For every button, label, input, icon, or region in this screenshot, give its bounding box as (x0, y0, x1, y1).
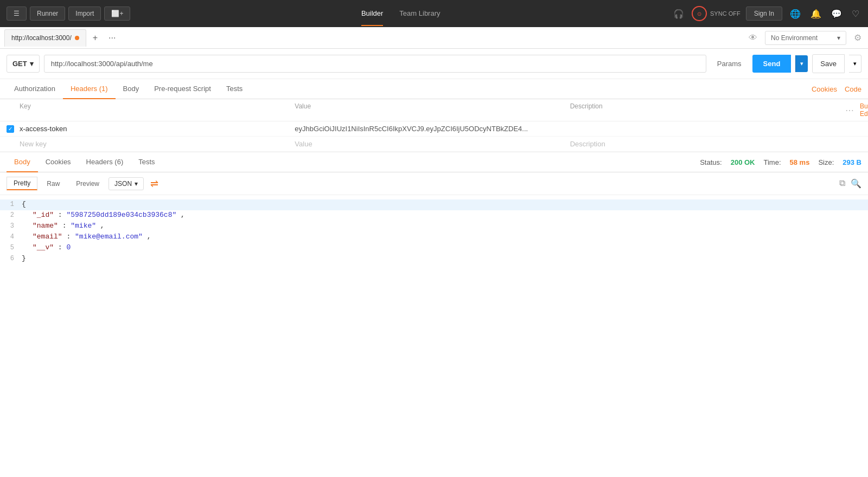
nav-right: 🎧 ⊙ SYNC OFF Sign In 🌐 🔔 💬 ♡ (671, 6, 861, 21)
code-line-3: 3 "name" : "mike" , (0, 221, 868, 232)
format-right-actions: ⧉ 🔍 (839, 178, 861, 189)
new-key-placeholder[interactable]: New key (20, 140, 295, 148)
email-value: "mike@email.com" (75, 233, 143, 241)
sidebar-toggle-button[interactable]: ☰ (7, 7, 27, 21)
copy-icon[interactable]: ⧉ (839, 178, 845, 189)
heart-icon[interactable]: ♡ (850, 7, 861, 21)
code-line-6: 6 } (0, 254, 868, 265)
row1-key[interactable]: x-access-token (20, 125, 295, 133)
add-tab-button[interactable]: + (88, 31, 102, 45)
send-button[interactable]: Send (752, 55, 792, 73)
request-bar: GET ▾ Params Send ▾ Save ▾ (0, 49, 868, 79)
header-row-new: New key Value Description (0, 137, 868, 152)
table-header-row: Key Value Description ⋯ Bulk Edit Preset… (0, 99, 868, 121)
json-label: JSON (114, 180, 132, 188)
resp-tab-headers[interactable]: Headers (6) (79, 152, 131, 172)
more-tabs-button[interactable]: ··· (104, 31, 120, 45)
method-dropdown[interactable]: GET ▾ (7, 55, 40, 73)
pretty-button[interactable]: Pretty (7, 177, 37, 190)
tab-bar: http://localhost:3000/ + ··· 👁 No Enviro… (0, 27, 868, 49)
col-key-header: Key (20, 102, 295, 118)
json-chevron-icon: ▾ (135, 180, 138, 188)
tab-body[interactable]: Body (116, 79, 147, 99)
v-key: "__v" (33, 243, 54, 252)
code-line-4: 4 "email" : "mike@email.com" , (0, 232, 868, 243)
tab-tests[interactable]: Tests (219, 79, 250, 99)
page-layout: http://localhost:3000/ + ··· 👁 No Enviro… (0, 27, 868, 477)
wrap-icon[interactable]: ⇌ (150, 178, 158, 190)
response-code-area: 1 { 2 "_id" : "5987250dd189e034cb3936c8"… (0, 195, 868, 477)
size-label: Size: (818, 158, 834, 166)
method-label: GET (12, 60, 27, 68)
code-line-1: 1 { (0, 199, 868, 210)
sync-icon[interactable]: ⊙ (692, 6, 707, 21)
more-options-icon[interactable]: ⋯ (845, 105, 854, 115)
preview-button[interactable]: Preview (69, 177, 106, 190)
id-key: "_id" (33, 211, 54, 219)
size-value: 293 B (843, 158, 861, 166)
status-value: 200 OK (731, 158, 755, 166)
row1-value[interactable]: eyJhbGciOiJIUzI1NiIsInR5cCI6IkpXVCJ9.eyJ… (295, 125, 570, 133)
search-icon[interactable]: 🔍 (851, 178, 861, 189)
tab-url-label: http://localhost:3000/ (11, 34, 72, 42)
headphones-icon[interactable]: 🎧 (671, 7, 686, 21)
params-button[interactable]: Params (711, 55, 748, 72)
env-selector: 👁 No Environment ▾ ⚙ (746, 30, 864, 45)
chat-icon[interactable]: 💬 (829, 7, 844, 21)
new-window-button[interactable]: ⬜+ (104, 7, 130, 21)
row1-checkbox[interactable] (7, 125, 14, 133)
headers-table: Key Value Description ⋯ Bulk Edit Preset… (0, 99, 868, 152)
sync-label: SYNC OFF (710, 10, 741, 17)
method-chevron-icon: ▾ (30, 60, 34, 68)
bell-icon[interactable]: 🔔 (808, 7, 824, 21)
sidebar-icon: ☰ (14, 10, 20, 17)
v-value: 0 (66, 243, 71, 252)
bulk-edit-button[interactable]: Bulk Edit (860, 102, 868, 118)
tab-authorization[interactable]: Authorization (7, 79, 63, 99)
sign-in-button[interactable]: Sign In (746, 7, 782, 21)
open-bracket: { (22, 200, 26, 208)
sync-area: ⊙ SYNC OFF (692, 6, 741, 21)
tab-prerequest[interactable]: Pre-request Script (146, 79, 219, 99)
code-line-5: 5 "__v" : 0 (0, 243, 868, 254)
raw-button[interactable]: Raw (40, 177, 67, 190)
unsaved-dot (75, 36, 79, 40)
cookies-link[interactable]: Cookies (812, 85, 837, 93)
name-value: "mike" (71, 222, 96, 230)
name-key: "name" (33, 222, 58, 230)
url-input[interactable] (44, 55, 706, 73)
eye-icon[interactable]: 👁 (746, 31, 760, 45)
response-status: Status: 200 OK Time: 58 ms Size: 293 B (700, 158, 861, 166)
close-bracket: } (22, 254, 26, 262)
col-value-header: Value (295, 102, 570, 118)
environment-dropdown[interactable]: No Environment ▾ (765, 31, 846, 45)
save-dropdown-button[interactable]: ▾ (849, 55, 861, 73)
response-area: Body Cookies Headers (6) Tests Status: 2… (0, 152, 868, 477)
col-desc-header: Description (570, 102, 845, 118)
import-button[interactable]: Import (68, 7, 101, 21)
header-row-1: x-access-token eyJhbGciOiJIUzI1NiIsInR5c… (0, 121, 868, 137)
resp-tab-cookies[interactable]: Cookies (38, 152, 79, 172)
id-value: "5987250dd189e034cb3936c8" (66, 211, 176, 219)
globe-icon[interactable]: 🌐 (788, 7, 803, 21)
format-bar: Pretty Raw Preview JSON ▾ ⇌ ⧉ 🔍 (0, 172, 868, 195)
save-button[interactable]: Save (812, 54, 845, 73)
resp-tab-body[interactable]: Body (7, 152, 38, 172)
send-dropdown-button[interactable]: ▾ (795, 55, 808, 72)
chevron-down-icon: ▾ (837, 34, 840, 42)
new-desc-placeholder[interactable]: Description (570, 140, 845, 148)
runner-button[interactable]: Runner (30, 7, 65, 21)
resp-tab-tests[interactable]: Tests (131, 152, 162, 172)
builder-tab[interactable]: Builder (361, 2, 383, 26)
settings-icon[interactable]: ⚙ (852, 30, 864, 45)
req-tab-right: Cookies Code (812, 85, 861, 93)
new-value-placeholder[interactable]: Value (295, 140, 570, 148)
tab-headers[interactable]: Headers (1) (63, 79, 116, 99)
json-format-dropdown[interactable]: JSON ▾ (108, 177, 144, 190)
request-tabs: Authorization Headers (1) Body Pre-reque… (0, 79, 868, 99)
env-label: No Environment (771, 34, 818, 42)
response-tabs-bar: Body Cookies Headers (6) Tests Status: 2… (0, 152, 868, 172)
team-library-tab[interactable]: Team Library (399, 2, 440, 26)
request-tab[interactable]: http://localhost:3000/ (4, 29, 86, 47)
code-link[interactable]: Code (845, 85, 861, 93)
